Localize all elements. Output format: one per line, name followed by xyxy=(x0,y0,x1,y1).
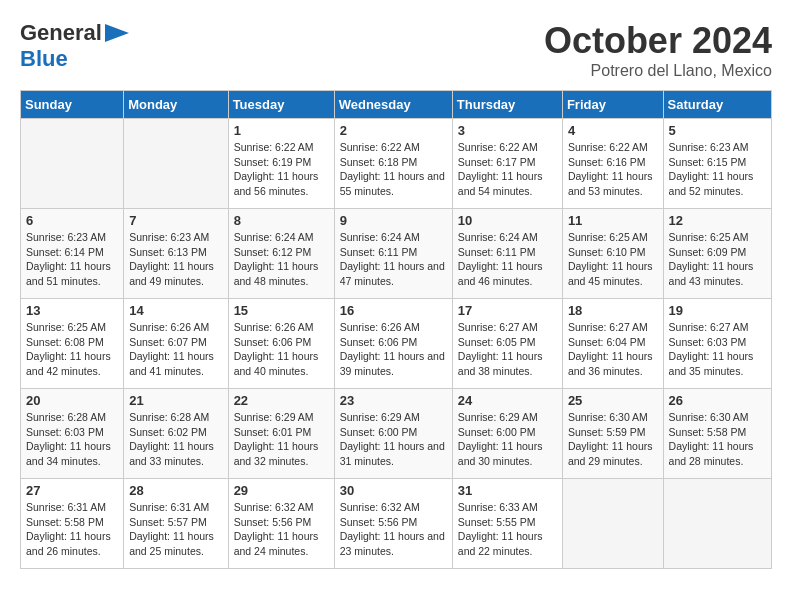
cell-info: Sunrise: 6:23 AM Sunset: 6:14 PM Dayligh… xyxy=(26,230,118,289)
day-number: 13 xyxy=(26,303,118,318)
day-number: 9 xyxy=(340,213,447,228)
cell-info: Sunrise: 6:29 AM Sunset: 6:00 PM Dayligh… xyxy=(340,410,447,469)
calendar-cell: 22Sunrise: 6:29 AM Sunset: 6:01 PM Dayli… xyxy=(228,389,334,479)
day-number: 22 xyxy=(234,393,329,408)
page-header: General Blue October 2024 Potrero del Ll… xyxy=(20,20,772,80)
day-number: 8 xyxy=(234,213,329,228)
day-number: 26 xyxy=(669,393,766,408)
calendar-cell: 14Sunrise: 6:26 AM Sunset: 6:07 PM Dayli… xyxy=(124,299,228,389)
location: Potrero del Llano, Mexico xyxy=(544,62,772,80)
day-header-monday: Monday xyxy=(124,91,228,119)
logo-flag-icon xyxy=(105,24,129,42)
cell-info: Sunrise: 6:25 AM Sunset: 6:08 PM Dayligh… xyxy=(26,320,118,379)
calendar-cell: 7Sunrise: 6:23 AM Sunset: 6:13 PM Daylig… xyxy=(124,209,228,299)
calendar-cell: 31Sunrise: 6:33 AM Sunset: 5:55 PM Dayli… xyxy=(452,479,562,569)
cell-info: Sunrise: 6:27 AM Sunset: 6:03 PM Dayligh… xyxy=(669,320,766,379)
calendar-cell xyxy=(562,479,663,569)
calendar-cell: 17Sunrise: 6:27 AM Sunset: 6:05 PM Dayli… xyxy=(452,299,562,389)
day-header-sunday: Sunday xyxy=(21,91,124,119)
day-number: 19 xyxy=(669,303,766,318)
cell-info: Sunrise: 6:25 AM Sunset: 6:09 PM Dayligh… xyxy=(669,230,766,289)
calendar-cell: 19Sunrise: 6:27 AM Sunset: 6:03 PM Dayli… xyxy=(663,299,771,389)
day-number: 4 xyxy=(568,123,658,138)
calendar-cell: 30Sunrise: 6:32 AM Sunset: 5:56 PM Dayli… xyxy=(334,479,452,569)
cell-info: Sunrise: 6:28 AM Sunset: 6:02 PM Dayligh… xyxy=(129,410,222,469)
day-header-saturday: Saturday xyxy=(663,91,771,119)
calendar-table: SundayMondayTuesdayWednesdayThursdayFrid… xyxy=(20,90,772,569)
day-number: 21 xyxy=(129,393,222,408)
calendar-week-2: 6Sunrise: 6:23 AM Sunset: 6:14 PM Daylig… xyxy=(21,209,772,299)
day-number: 30 xyxy=(340,483,447,498)
day-number: 28 xyxy=(129,483,222,498)
cell-info: Sunrise: 6:22 AM Sunset: 6:19 PM Dayligh… xyxy=(234,140,329,199)
calendar-cell: 8Sunrise: 6:24 AM Sunset: 6:12 PM Daylig… xyxy=(228,209,334,299)
day-number: 27 xyxy=(26,483,118,498)
day-number: 31 xyxy=(458,483,557,498)
calendar-cell xyxy=(21,119,124,209)
month-title: October 2024 xyxy=(544,20,772,62)
cell-info: Sunrise: 6:22 AM Sunset: 6:18 PM Dayligh… xyxy=(340,140,447,199)
calendar-week-5: 27Sunrise: 6:31 AM Sunset: 5:58 PM Dayli… xyxy=(21,479,772,569)
day-number: 15 xyxy=(234,303,329,318)
logo-general-text: General xyxy=(20,20,102,46)
day-number: 1 xyxy=(234,123,329,138)
day-number: 18 xyxy=(568,303,658,318)
day-number: 5 xyxy=(669,123,766,138)
calendar-week-4: 20Sunrise: 6:28 AM Sunset: 6:03 PM Dayli… xyxy=(21,389,772,479)
calendar-cell: 26Sunrise: 6:30 AM Sunset: 5:58 PM Dayli… xyxy=(663,389,771,479)
calendar-cell: 2Sunrise: 6:22 AM Sunset: 6:18 PM Daylig… xyxy=(334,119,452,209)
cell-info: Sunrise: 6:23 AM Sunset: 6:15 PM Dayligh… xyxy=(669,140,766,199)
day-number: 16 xyxy=(340,303,447,318)
day-number: 23 xyxy=(340,393,447,408)
calendar-cell: 21Sunrise: 6:28 AM Sunset: 6:02 PM Dayli… xyxy=(124,389,228,479)
cell-info: Sunrise: 6:27 AM Sunset: 6:05 PM Dayligh… xyxy=(458,320,557,379)
cell-info: Sunrise: 6:32 AM Sunset: 5:56 PM Dayligh… xyxy=(234,500,329,559)
calendar-cell xyxy=(124,119,228,209)
day-number: 2 xyxy=(340,123,447,138)
cell-info: Sunrise: 6:26 AM Sunset: 6:06 PM Dayligh… xyxy=(340,320,447,379)
cell-info: Sunrise: 6:23 AM Sunset: 6:13 PM Dayligh… xyxy=(129,230,222,289)
cell-info: Sunrise: 6:31 AM Sunset: 5:57 PM Dayligh… xyxy=(129,500,222,559)
day-number: 11 xyxy=(568,213,658,228)
day-number: 17 xyxy=(458,303,557,318)
day-number: 6 xyxy=(26,213,118,228)
cell-info: Sunrise: 6:30 AM Sunset: 5:58 PM Dayligh… xyxy=(669,410,766,469)
cell-info: Sunrise: 6:29 AM Sunset: 6:00 PM Dayligh… xyxy=(458,410,557,469)
calendar-header-row: SundayMondayTuesdayWednesdayThursdayFrid… xyxy=(21,91,772,119)
cell-info: Sunrise: 6:29 AM Sunset: 6:01 PM Dayligh… xyxy=(234,410,329,469)
cell-info: Sunrise: 6:27 AM Sunset: 6:04 PM Dayligh… xyxy=(568,320,658,379)
cell-info: Sunrise: 6:30 AM Sunset: 5:59 PM Dayligh… xyxy=(568,410,658,469)
cell-info: Sunrise: 6:22 AM Sunset: 6:17 PM Dayligh… xyxy=(458,140,557,199)
logo: General Blue xyxy=(20,20,129,72)
cell-info: Sunrise: 6:24 AM Sunset: 6:12 PM Dayligh… xyxy=(234,230,329,289)
day-number: 7 xyxy=(129,213,222,228)
calendar-cell xyxy=(663,479,771,569)
calendar-cell: 16Sunrise: 6:26 AM Sunset: 6:06 PM Dayli… xyxy=(334,299,452,389)
cell-info: Sunrise: 6:24 AM Sunset: 6:11 PM Dayligh… xyxy=(458,230,557,289)
calendar-cell: 25Sunrise: 6:30 AM Sunset: 5:59 PM Dayli… xyxy=(562,389,663,479)
cell-info: Sunrise: 6:26 AM Sunset: 6:07 PM Dayligh… xyxy=(129,320,222,379)
calendar-cell: 11Sunrise: 6:25 AM Sunset: 6:10 PM Dayli… xyxy=(562,209,663,299)
calendar-cell: 12Sunrise: 6:25 AM Sunset: 6:09 PM Dayli… xyxy=(663,209,771,299)
day-header-tuesday: Tuesday xyxy=(228,91,334,119)
cell-info: Sunrise: 6:31 AM Sunset: 5:58 PM Dayligh… xyxy=(26,500,118,559)
calendar-cell: 28Sunrise: 6:31 AM Sunset: 5:57 PM Dayli… xyxy=(124,479,228,569)
day-number: 25 xyxy=(568,393,658,408)
calendar-cell: 18Sunrise: 6:27 AM Sunset: 6:04 PM Dayli… xyxy=(562,299,663,389)
calendar-cell: 13Sunrise: 6:25 AM Sunset: 6:08 PM Dayli… xyxy=(21,299,124,389)
day-number: 3 xyxy=(458,123,557,138)
calendar-cell: 23Sunrise: 6:29 AM Sunset: 6:00 PM Dayli… xyxy=(334,389,452,479)
day-number: 20 xyxy=(26,393,118,408)
calendar-cell: 6Sunrise: 6:23 AM Sunset: 6:14 PM Daylig… xyxy=(21,209,124,299)
calendar-cell: 29Sunrise: 6:32 AM Sunset: 5:56 PM Dayli… xyxy=(228,479,334,569)
day-number: 14 xyxy=(129,303,222,318)
calendar-cell: 10Sunrise: 6:24 AM Sunset: 6:11 PM Dayli… xyxy=(452,209,562,299)
calendar-cell: 3Sunrise: 6:22 AM Sunset: 6:17 PM Daylig… xyxy=(452,119,562,209)
title-section: October 2024 Potrero del Llano, Mexico xyxy=(544,20,772,80)
calendar-cell: 15Sunrise: 6:26 AM Sunset: 6:06 PM Dayli… xyxy=(228,299,334,389)
calendar-week-1: 1Sunrise: 6:22 AM Sunset: 6:19 PM Daylig… xyxy=(21,119,772,209)
cell-info: Sunrise: 6:25 AM Sunset: 6:10 PM Dayligh… xyxy=(568,230,658,289)
logo-blue-text: Blue xyxy=(20,46,68,72)
calendar-cell: 5Sunrise: 6:23 AM Sunset: 6:15 PM Daylig… xyxy=(663,119,771,209)
day-number: 12 xyxy=(669,213,766,228)
